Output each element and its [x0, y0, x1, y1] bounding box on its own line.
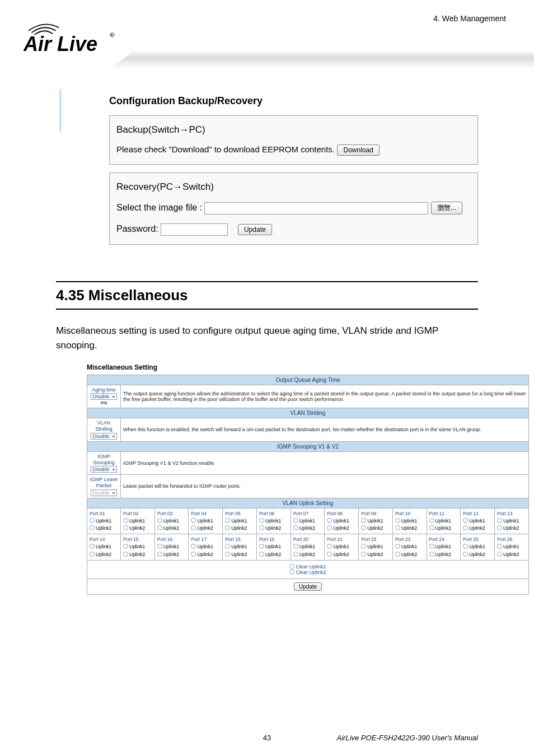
chapter-heading: 4.35 Miscellaneous — [56, 287, 478, 304]
uplink2-radio[interactable] — [463, 525, 468, 530]
port-name: Port 24 — [429, 536, 458, 543]
uplink2-radio[interactable] — [157, 525, 162, 530]
uplink1-radio[interactable] — [259, 544, 264, 549]
uplink2-radio[interactable] — [90, 525, 95, 530]
uplink1-radio[interactable] — [191, 518, 196, 523]
port-name: Port 09 — [361, 510, 390, 517]
uplink2-radio[interactable] — [225, 525, 230, 530]
port-cell: Port 12Uplink1Uplink2 — [461, 508, 495, 534]
port-cell: Port 03Uplink1Uplink2 — [154, 508, 189, 534]
uplink2-radio[interactable] — [327, 525, 332, 530]
uplink1-radio[interactable] — [293, 544, 298, 549]
igmp-snoop-cell: IGMP Snooping Disable — [87, 451, 121, 475]
uplink1-radio[interactable] — [225, 544, 230, 549]
clear-uplink1-label: Clear Uplink1 — [296, 564, 326, 570]
uplink2-radio[interactable] — [259, 525, 264, 530]
port-cell: Port 01Uplink1Uplink2 — [87, 508, 121, 534]
uplink2-radio[interactable] — [395, 525, 400, 530]
port-name: Port 11 — [429, 510, 458, 517]
port-cell: Port 07Uplink1Uplink2 — [291, 508, 325, 534]
uplink1-radio[interactable] — [123, 518, 128, 523]
uplink2-radio[interactable] — [123, 552, 128, 557]
uplink1-radio[interactable] — [395, 544, 400, 549]
port-name: Port 15 — [123, 536, 152, 543]
uplink2-radio[interactable] — [191, 525, 196, 530]
aging-desc: The output queue aging function allows t… — [121, 385, 529, 408]
uplink1-radio[interactable] — [395, 518, 400, 523]
clear-uplink1-radio[interactable] — [289, 564, 294, 569]
port-cell: Port 20Uplink1Uplink2 — [291, 534, 325, 561]
port-name: Port 16 — [157, 536, 186, 543]
browse-button[interactable]: 瀏覽... — [431, 202, 462, 214]
backup-title: Backup(Switch→PC) — [116, 120, 471, 140]
uplink2-radio[interactable] — [191, 552, 196, 557]
port-cell: Port 24Uplink1Uplink2 — [427, 534, 461, 561]
vlan-striding-cell: VLAN Striding Disable — [87, 418, 121, 442]
uplink1-radio[interactable] — [327, 518, 332, 523]
update-button[interactable]: Update — [238, 224, 272, 235]
uplink2-radio[interactable] — [463, 552, 468, 557]
uplink1-radio[interactable] — [157, 518, 162, 523]
misc-table: Output Queue Aging Time Aging time Disab… — [87, 375, 529, 595]
uplink2-radio[interactable] — [497, 525, 502, 530]
uplink1-radio[interactable] — [225, 518, 230, 523]
uplink2-radio[interactable] — [225, 552, 230, 557]
port-name: Port 07 — [293, 510, 322, 517]
uplink2-radio[interactable] — [395, 552, 400, 557]
uplink1-radio[interactable] — [191, 544, 196, 549]
port-name: Port 05 — [225, 510, 254, 517]
port-name: Port 22 — [361, 536, 390, 543]
image-file-input[interactable] — [204, 202, 428, 214]
uplink1-radio[interactable] — [463, 518, 468, 523]
chapter-paragraph: Miscellaneous setting is used to configu… — [56, 324, 478, 353]
uplink1-radio[interactable] — [90, 544, 95, 549]
uplink1-radio[interactable] — [157, 544, 162, 549]
uplink2-radio[interactable] — [157, 552, 162, 557]
uplink2-radio[interactable] — [361, 525, 366, 530]
password-input[interactable] — [161, 223, 228, 236]
port-name: Port 18 — [225, 536, 254, 543]
uplink2-radio[interactable] — [497, 552, 502, 557]
vlan-striding-select[interactable]: Disable — [91, 433, 116, 440]
uplink1-radio[interactable] — [497, 518, 502, 523]
port-cell: Port 15Uplink1Uplink2 — [121, 534, 155, 561]
uplink1-radio[interactable] — [497, 544, 502, 549]
uplink1-radio[interactable] — [361, 518, 366, 523]
vlan-striding-label: VLAN Striding — [90, 420, 118, 433]
uplink2-radio[interactable] — [429, 552, 434, 557]
clear-uplink2-radio[interactable] — [289, 570, 294, 575]
port-name: Port 04 — [191, 510, 220, 517]
uplink2-radio[interactable] — [429, 525, 434, 530]
backup-panel: Backup(Switch→PC) Please check "Download… — [109, 115, 478, 165]
aging-time-select[interactable]: Disable — [91, 393, 116, 400]
download-button[interactable]: Download — [337, 144, 379, 156]
uplink2-radio[interactable] — [361, 552, 366, 557]
uplink1-radio[interactable] — [429, 518, 434, 523]
port-cell: Port 16Uplink1Uplink2 — [154, 534, 189, 561]
uplink2-radio[interactable] — [90, 552, 95, 557]
misc-update-button[interactable]: Update — [294, 582, 322, 591]
uplink1-radio[interactable] — [327, 544, 332, 549]
recovery-panel: Recovery(PC→Switch) Select the image fil… — [109, 172, 478, 245]
uplink1-radio[interactable] — [90, 518, 95, 523]
uplink1-radio[interactable] — [259, 518, 264, 523]
port-name: Port 08 — [327, 510, 356, 517]
uplink2-radio[interactable] — [327, 552, 332, 557]
igmp-snoop-select[interactable]: Disable — [91, 466, 116, 473]
uplink1-radio[interactable] — [361, 544, 366, 549]
vlan-striding-desc: When this function is enabled, the switc… — [121, 418, 529, 442]
ms-label: ms — [90, 400, 118, 406]
uplink2-radio[interactable] — [123, 525, 128, 530]
select-image-label: Select the image file : — [116, 203, 202, 212]
uplink2-radio[interactable] — [293, 525, 298, 530]
uplink2-radio[interactable] — [259, 552, 264, 557]
port-name: Port 21 — [327, 536, 356, 543]
uplink1-radio[interactable] — [293, 518, 298, 523]
uplink1-radio[interactable] — [123, 544, 128, 549]
igmp-leave-select[interactable]: Disable — [91, 489, 116, 496]
uplink1-radio[interactable] — [429, 544, 434, 549]
band-uplink: VLAN Uplink Setting — [87, 498, 529, 508]
uplink2-radio[interactable] — [293, 552, 298, 557]
band-igmp: IGMP Snooping V1 & V2 — [87, 441, 529, 451]
uplink1-radio[interactable] — [463, 544, 468, 549]
